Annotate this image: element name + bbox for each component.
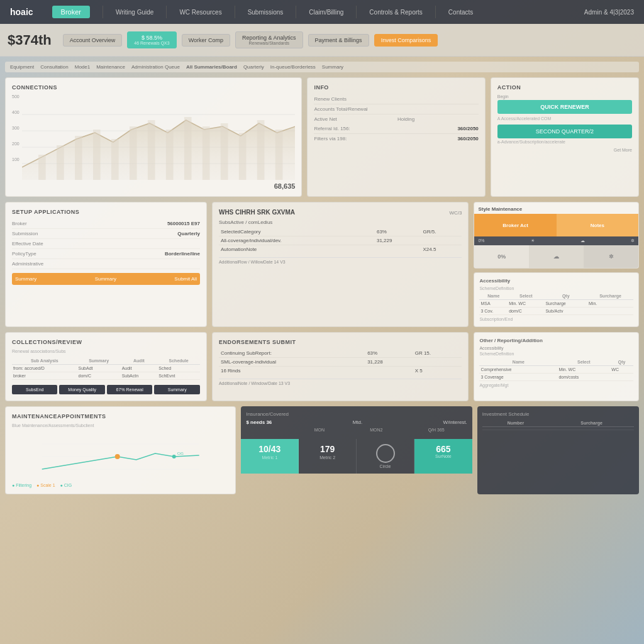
swatch-dark-label-3: ☁ [580, 238, 585, 243]
info-row-2: Active Net Holding [314, 116, 478, 122]
chart-total: 68,635 [12, 182, 295, 190]
table-cell: GR/5. [421, 228, 462, 236]
table-cell [421, 236, 462, 245]
table-cell: Min. WC [508, 300, 544, 308]
action-btn2-sub: a-Advance/Subscription/accelerate [497, 140, 632, 144]
table-cell: MSA [479, 300, 508, 308]
third-row: Collections/Review Renewal associations/… [5, 332, 639, 401]
sub-nav-btn-invest[interactable]: Invest Comparisons [374, 34, 438, 47]
nav-tab-contacts[interactable]: Contacts [448, 9, 473, 16]
footer-btn-4[interactable]: Summary [154, 385, 199, 394]
table-cell: X24.5 [421, 245, 462, 254]
info-row-3: Referral Id. 156: 360/2050 [314, 124, 478, 134]
collections-table: Sub Analysis Summary Audit Schedule from… [12, 357, 200, 380]
filter-item-quarterly[interactable]: Quarterly [243, 64, 264, 70]
swatch-card: Style Maintenance Broker Act Notes 0% ☀ … [474, 202, 639, 269]
table-header-row: Sub Analysis Summary Audit Schedule [12, 357, 200, 365]
swatch-dark-label-2: ☀ [531, 238, 535, 243]
mid-row: Setup Applications Broker 56000015 E97 S… [5, 202, 639, 327]
metric-circle [376, 444, 395, 463]
footer-btn-3[interactable]: 67% Renewal [107, 385, 152, 394]
chart-y-axis: 500400300200100 [12, 94, 19, 180]
sub-nav-btn-wc[interactable]: Worker Comp [182, 34, 230, 47]
form-footer-mid: Summary [95, 276, 116, 282]
swatch-dark-label-1: 0% [478, 238, 484, 243]
footer-btn-2[interactable]: Money Quality [59, 385, 104, 394]
table-cell: SML-coverage-individual [219, 358, 365, 367]
info-value-3: 360/2050 [457, 126, 478, 131]
endorsements-title: Endorsements Submit [219, 339, 462, 345]
swatch-cell-orange: Broker Act [474, 214, 556, 236]
insurance-headers: $ needs 36 Mtd. W/interest. [246, 419, 467, 425]
action-card: Action Begin QUICK RENEWER A Access/Acce… [491, 77, 639, 197]
info-label-0: Renew Clients [314, 96, 347, 102]
table-cell: Audit [121, 365, 158, 372]
filter-item-summary[interactable]: Summary [322, 64, 343, 70]
metric-cell-3: Circle [357, 439, 414, 474]
table-cell: 31,228 [365, 358, 413, 367]
filter-item-queue[interactable]: In-queue/Borderless [270, 64, 316, 70]
filter-item-equipment[interactable]: Equipment [10, 64, 34, 70]
table-cell: 63% [365, 349, 413, 358]
filter-item-admin[interactable]: Administration Queue [131, 64, 180, 70]
table-row: 3 Cov. dom/C Sub/Actv [479, 308, 633, 315]
chart-svg [22, 98, 296, 180]
line-chart-svg: CiG [12, 431, 229, 482]
sub-h-2: MON [314, 428, 325, 432]
filter-item-consultation[interactable]: Consultation [40, 64, 68, 70]
second-quarter-button[interactable]: SECOND QUARTER/2 [497, 125, 632, 138]
metric-grid: 10/43 Metric 1 179 Metric 2 Circle 665 S… [241, 439, 472, 474]
nav-tab-controls[interactable]: Controls & Reports [369, 9, 422, 16]
quick-renewer-button[interactable]: QUICK RENEWER [497, 100, 632, 114]
table-row: Continuing SubReport: 63% GR 15. [219, 349, 462, 358]
data-main-title: WHS CIHRH SRK GXVMA [219, 209, 295, 216]
info-card: Info Renew Clients Accounts Total/Renewa… [307, 77, 485, 197]
sub-navigation: $374th Account Overview $ 58.5% 46 Renew… [0, 24, 644, 57]
endorsements-card: Endorsements Submit Continuing SubReport… [212, 332, 469, 401]
data-sub-label: SubsActive / comLedius [219, 219, 462, 225]
svg-rect-8 [111, 139, 119, 180]
action-get-more[interactable]: Get More [497, 148, 632, 152]
small-card: Accessibility SchemeDefinition Name Sele… [474, 272, 639, 327]
form-row-4: Administrative [12, 259, 200, 269]
form-footer[interactable]: Summary Summary Submit All [12, 273, 200, 285]
sub-nav-btn-payment[interactable]: Payment & Billings [308, 34, 369, 47]
collections-title: Collections/Review [12, 339, 200, 345]
info-sublabel-a: Active Net [314, 116, 395, 122]
nav-tab-claim[interactable]: Claim/Billing [309, 9, 343, 16]
filter-item-maintenance[interactable]: Maintenance [96, 64, 125, 70]
form-value-0: 56000015 E97 [167, 221, 200, 226]
form-label-2: Effective Date [12, 241, 43, 247]
table-row: SelectedCategory 63% GR/5. [219, 228, 462, 236]
table-header-row: Number Surcharge [482, 419, 634, 427]
sub-nav-btn-percent[interactable]: $ 58.5% 46 Renewals QX3 [127, 31, 176, 48]
form-label-3: PolicyType [12, 251, 36, 257]
sub-h-4: Q/H 365 [428, 428, 445, 432]
footer-btn-1[interactable]: SubsEnd [12, 385, 57, 394]
insurance-sub-headers: MON MON2 Q/H 365 [246, 428, 467, 432]
filter-item-mode[interactable]: Mode1 [75, 64, 90, 70]
col-h-sel: Select [557, 358, 610, 366]
nav-tab-broker[interactable]: Broker [52, 6, 90, 18]
table-cell: Min. WC [557, 366, 610, 374]
table-cell: 63% [375, 228, 421, 236]
col-h-name: Name [479, 358, 557, 366]
endorsements-table: Continuing SubReport: 63% GR 15. SML-cov… [219, 349, 462, 375]
swatch-row-2: 0% ☁ ✲ [474, 245, 638, 268]
table-row: AutomationNote X24.5 [219, 245, 462, 254]
small-card-footer[interactable]: Subscription/End [479, 317, 633, 321]
sub-nav-btn-overview[interactable]: Account Overview [63, 34, 123, 47]
sub-nav-btn-reporting[interactable]: Reporting & Analytics Renewals/Standards [235, 31, 303, 48]
filter-item-summaries[interactable]: All Summaries/Board [186, 64, 237, 70]
svg-rect-13 [203, 126, 210, 180]
top-row: CONNECTIONS 500400300200100 [5, 77, 639, 197]
top-navigation: hoaic Broker Writing Guide WC Resources … [0, 0, 644, 24]
nav-tab-submissions[interactable]: Submissions [248, 9, 284, 16]
form-row-3: PolicyType Borderline/line [12, 249, 200, 259]
svg-rect-11 [166, 130, 174, 180]
nav-tab-wc-resources[interactable]: WC Resources [179, 9, 221, 16]
nav-tab-writing-guide[interactable]: Writing Guide [116, 9, 153, 16]
data-footer: AdditionalRow / WillowDate 14 V3 [219, 257, 462, 264]
table-cell: Comprehensive [479, 366, 557, 374]
metric-val-1: 10/43 [246, 444, 293, 454]
